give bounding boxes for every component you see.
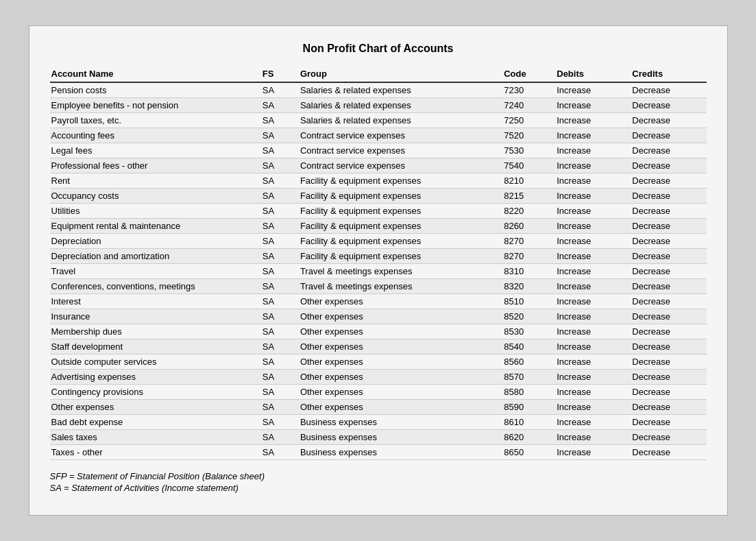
cell-fs: SA [261, 294, 299, 309]
page-title: Non Profit Chart of Accounts [50, 43, 707, 55]
table-row: Sales taxesSABusiness expenses8620Increa… [50, 430, 707, 445]
cell-debits: Increase [555, 219, 631, 234]
cell-fs: SA [261, 370, 299, 385]
cell-code: 7230 [502, 82, 555, 98]
cell-group: Travel & meetings expenses [299, 279, 502, 294]
cell-credits: Decrease [631, 354, 706, 370]
cell-code: 8530 [502, 324, 555, 339]
cell-fs: SA [261, 249, 299, 264]
cell-fs: SA [261, 339, 299, 354]
cell-code: 8620 [502, 430, 555, 445]
cell-debits: Increase [555, 324, 631, 339]
cell-account: Utilities [50, 204, 261, 219]
cell-credits: Decrease [631, 143, 706, 158]
table-row: Advertising expensesSAOther expenses8570… [50, 370, 707, 385]
cell-fs: SA [261, 113, 299, 128]
cell-fs: SA [261, 385, 299, 400]
cell-debits: Increase [555, 370, 631, 385]
table-row: Staff developmentSAOther expenses8540Inc… [50, 339, 707, 354]
cell-account: Occupancy costs [50, 189, 261, 204]
table-row: Other expensesSAOther expenses8590Increa… [50, 400, 707, 415]
cell-code: 8580 [502, 385, 555, 400]
cell-credits: Decrease [631, 279, 706, 294]
cell-debits: Increase [555, 234, 631, 249]
cell-group: Contract service expenses [299, 128, 502, 143]
table-row: Employee benefits - not pensionSASalarie… [50, 98, 707, 113]
cell-group: Facility & equipment expenses [299, 173, 502, 189]
cell-debits: Increase [555, 385, 631, 400]
cell-fs: SA [261, 189, 299, 204]
cell-fs: SA [261, 415, 299, 430]
cell-credits: Decrease [631, 189, 706, 204]
cell-debits: Increase [555, 113, 631, 128]
table-row: DepreciationSAFacility & equipment expen… [50, 234, 707, 249]
cell-account: Interest [50, 294, 261, 309]
cell-account: Bad debt expense [50, 415, 261, 430]
cell-account: Membership dues [50, 324, 261, 339]
cell-fs: SA [261, 204, 299, 219]
cell-account: Employee benefits - not pension [50, 98, 261, 113]
cell-group: Business expenses [299, 445, 502, 460]
cell-account: Outside computer services [50, 354, 261, 370]
cell-debits: Increase [555, 354, 631, 370]
cell-fs: SA [261, 354, 299, 370]
cell-fs: SA [261, 234, 299, 249]
table-row: RentSAFacility & equipment expenses8210I… [50, 173, 707, 189]
cell-group: Contract service expenses [299, 158, 502, 173]
cell-credits: Decrease [631, 430, 706, 445]
cell-group: Salaries & related expenses [299, 82, 502, 98]
cell-credits: Decrease [631, 158, 706, 173]
cell-fs: SA [261, 400, 299, 415]
cell-code: 8215 [502, 189, 555, 204]
cell-credits: Decrease [631, 173, 706, 189]
cell-code: 7520 [502, 128, 555, 143]
cell-account: Legal fees [50, 143, 261, 158]
cell-credits: Decrease [631, 249, 706, 264]
table-row: Conferences, conventions, meetingsSATrav… [50, 279, 707, 294]
cell-debits: Increase [555, 143, 631, 158]
cell-account: Rent [50, 173, 261, 189]
cell-account: Pension costs [50, 82, 261, 98]
cell-group: Facility & equipment expenses [299, 189, 502, 204]
cell-fs: SA [261, 430, 299, 445]
cell-debits: Increase [555, 445, 631, 460]
cell-fs: SA [261, 128, 299, 143]
cell-credits: Decrease [631, 128, 706, 143]
col-header-credits: Credits [631, 66, 706, 82]
table-row: Membership duesSAOther expenses8530Incre… [50, 324, 707, 339]
table-row: Occupancy costsSAFacility & equipment ex… [50, 189, 707, 204]
cell-group: Other expenses [299, 354, 502, 370]
table-row: Legal feesSAContract service expenses753… [50, 143, 707, 158]
table-row: Pension costsSASalaries & related expens… [50, 82, 707, 98]
cell-debits: Increase [555, 309, 631, 324]
cell-credits: Decrease [631, 385, 706, 400]
cell-code: 8220 [502, 204, 555, 219]
cell-fs: SA [261, 324, 299, 339]
cell-account: Sales taxes [50, 430, 261, 445]
cell-code: 8520 [502, 309, 555, 324]
cell-group: Other expenses [299, 385, 502, 400]
cell-code: 8270 [502, 234, 555, 249]
cell-code: 8560 [502, 354, 555, 370]
table-row: UtilitiesSAFacility & equipment expenses… [50, 204, 707, 219]
cell-fs: SA [261, 98, 299, 113]
table-row: Bad debt expenseSABusiness expenses8610I… [50, 415, 707, 430]
table-row: Outside computer servicesSAOther expense… [50, 354, 707, 370]
table-row: InsuranceSAOther expenses8520IncreaseDec… [50, 309, 707, 324]
col-header-code: Code [502, 66, 555, 82]
cell-code: 8210 [502, 173, 555, 189]
cell-credits: Decrease [631, 370, 706, 385]
cell-group: Salaries & related expenses [299, 98, 502, 113]
col-header-fs: FS [261, 66, 299, 82]
main-card: Non Profit Chart of Accounts Account Nam… [29, 25, 728, 516]
cell-credits: Decrease [631, 98, 706, 113]
cell-credits: Decrease [631, 82, 706, 98]
cell-group: Contract service expenses [299, 143, 502, 158]
accounts-table: Account Name FS Group Code Debits Credit… [50, 66, 707, 460]
table-header-row: Account Name FS Group Code Debits Credit… [50, 66, 707, 82]
cell-credits: Decrease [631, 309, 706, 324]
cell-account: Payroll taxes, etc. [50, 113, 261, 128]
cell-debits: Increase [555, 264, 631, 279]
cell-group: Facility & equipment expenses [299, 204, 502, 219]
cell-account: Staff development [50, 339, 261, 354]
